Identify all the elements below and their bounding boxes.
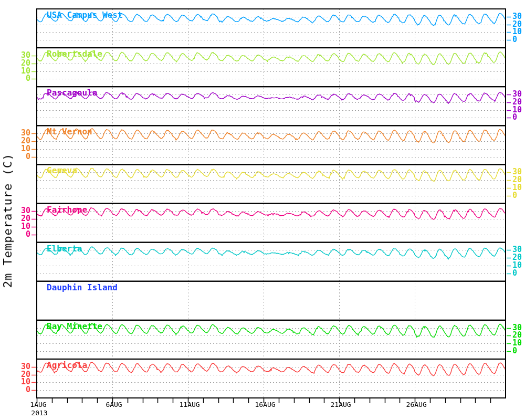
station-label-elberta: Elberta [47, 245, 82, 253]
x-axis-year-label: 2013 [18, 410, 60, 416]
y-tick-label: 0 [0, 153, 30, 161]
y-tick-label: 0 [512, 113, 525, 121]
station-label-geneva: Geneva [47, 166, 77, 175]
y-tick-label: 0 [512, 347, 525, 355]
y-tick-label: 0 [0, 75, 30, 82]
station-label-robertsdale: Robertsdale [47, 50, 102, 58]
station-label-usa-campus-west: USA Campus West [47, 11, 123, 19]
station-label-fairhope: Fairhope [47, 206, 87, 214]
station-label-pascagoula: Pascagoula [47, 89, 97, 97]
y-tick-label: 0 [512, 269, 525, 277]
x-tick-label: 26AUG [395, 401, 437, 408]
station-label-dauphin-island: Dauphin Island [47, 284, 118, 292]
y-tick-label: 0 [512, 36, 525, 44]
y-tick-label: 0 [0, 230, 30, 238]
y-tick-label: 0 [0, 386, 30, 394]
x-tick-label: 21AUG [320, 401, 362, 408]
x-tick-label: 16AUG [244, 401, 286, 408]
x-tick-label: 6AUG [93, 401, 135, 408]
x-tick-label: 11AUG [169, 401, 211, 408]
y-tick-label: 0 [512, 192, 525, 200]
x-tick-label: 1AUG [17, 401, 59, 408]
temperature-multipanel-chart: 2m Temperature (C) USA Campus West302010… [0, 0, 525, 420]
station-label-agricola: Agricola [47, 361, 87, 370]
station-label-mt-vernon: Mt Vernon [47, 128, 92, 136]
station-label-bay-minette: Bay Minette [47, 322, 102, 331]
